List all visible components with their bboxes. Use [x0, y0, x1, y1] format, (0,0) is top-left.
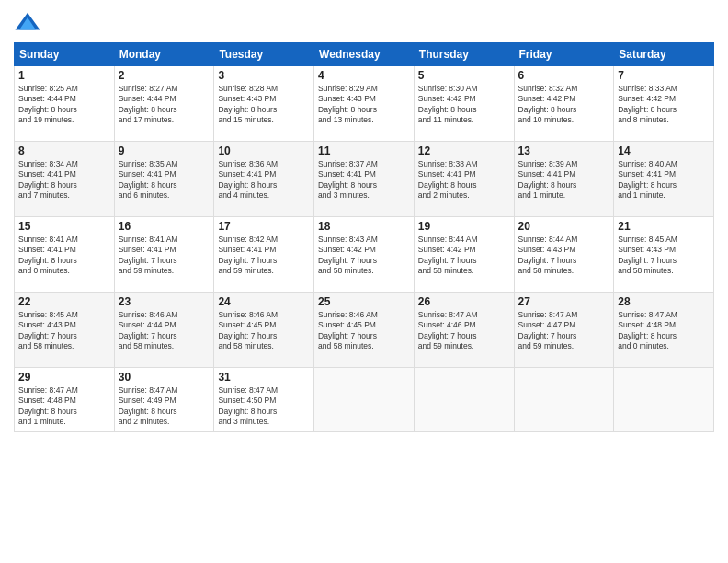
- day-number: 7: [618, 69, 710, 82]
- day-number: 9: [119, 144, 210, 157]
- day-number: 1: [18, 69, 110, 82]
- day-info: Sunrise: 8:47 AM Sunset: 4:49 PM Dayligh…: [119, 385, 210, 428]
- calendar-header-row: SundayMondayTuesdayWednesdayThursdayFrid…: [15, 43, 714, 66]
- calendar-cell: 4Sunrise: 8:29 AM Sunset: 4:43 PM Daylig…: [314, 66, 415, 142]
- day-number: 20: [518, 220, 610, 233]
- logo: [14, 9, 45, 37]
- calendar-cell: [414, 368, 514, 432]
- day-number: 13: [518, 144, 610, 157]
- day-number: 11: [318, 144, 410, 157]
- calendar-cell: 12Sunrise: 8:38 AM Sunset: 4:41 PM Dayli…: [414, 142, 514, 217]
- calendar-week-row: 29Sunrise: 8:47 AM Sunset: 4:48 PM Dayli…: [15, 368, 714, 432]
- day-number: 17: [218, 220, 310, 233]
- calendar-week-row: 1Sunrise: 8:25 AM Sunset: 4:44 PM Daylig…: [15, 66, 714, 142]
- day-number: 23: [119, 295, 210, 308]
- day-info: Sunrise: 8:46 AM Sunset: 4:45 PM Dayligh…: [318, 310, 410, 352]
- calendar-week-row: 22Sunrise: 8:45 AM Sunset: 4:43 PM Dayli…: [15, 293, 714, 368]
- weekday-header-sunday: Sunday: [15, 43, 115, 66]
- day-info: Sunrise: 8:39 AM Sunset: 4:41 PM Dayligh…: [518, 159, 610, 201]
- day-info: Sunrise: 8:33 AM Sunset: 4:42 PM Dayligh…: [618, 84, 710, 126]
- calendar-cell: 2Sunrise: 8:27 AM Sunset: 4:44 PM Daylig…: [114, 66, 214, 142]
- calendar-cell: 3Sunrise: 8:28 AM Sunset: 4:43 PM Daylig…: [214, 66, 314, 142]
- day-number: 29: [18, 371, 110, 384]
- day-number: 3: [218, 69, 310, 82]
- calendar-cell: 26Sunrise: 8:47 AM Sunset: 4:46 PM Dayli…: [414, 293, 514, 368]
- day-info: Sunrise: 8:35 AM Sunset: 4:41 PM Dayligh…: [119, 159, 210, 201]
- day-info: Sunrise: 8:29 AM Sunset: 4:43 PM Dayligh…: [318, 84, 410, 126]
- calendar-cell: [314, 368, 415, 432]
- day-number: 2: [119, 69, 210, 82]
- calendar-cell: 7Sunrise: 8:33 AM Sunset: 4:42 PM Daylig…: [614, 66, 714, 142]
- weekday-header-tuesday: Tuesday: [214, 43, 314, 66]
- day-info: Sunrise: 8:41 AM Sunset: 4:41 PM Dayligh…: [18, 235, 110, 277]
- day-info: Sunrise: 8:44 AM Sunset: 4:43 PM Dayligh…: [518, 235, 610, 277]
- day-info: Sunrise: 8:40 AM Sunset: 4:41 PM Dayligh…: [618, 159, 710, 201]
- day-number: 25: [318, 295, 410, 308]
- calendar-cell: 22Sunrise: 8:45 AM Sunset: 4:43 PM Dayli…: [15, 293, 115, 368]
- day-number: 18: [318, 220, 410, 233]
- day-info: Sunrise: 8:28 AM Sunset: 4:43 PM Dayligh…: [218, 84, 310, 126]
- day-number: 12: [418, 144, 510, 157]
- weekday-header-saturday: Saturday: [614, 43, 714, 66]
- day-info: Sunrise: 8:42 AM Sunset: 4:41 PM Dayligh…: [218, 235, 310, 277]
- day-number: 28: [618, 295, 710, 308]
- day-number: 8: [18, 144, 110, 157]
- day-info: Sunrise: 8:47 AM Sunset: 4:47 PM Dayligh…: [518, 310, 610, 352]
- calendar-cell: 10Sunrise: 8:36 AM Sunset: 4:41 PM Dayli…: [214, 142, 314, 217]
- calendar-week-row: 15Sunrise: 8:41 AM Sunset: 4:41 PM Dayli…: [15, 217, 714, 293]
- day-info: Sunrise: 8:45 AM Sunset: 4:43 PM Dayligh…: [618, 235, 710, 277]
- day-info: Sunrise: 8:46 AM Sunset: 4:44 PM Dayligh…: [119, 310, 210, 352]
- weekday-header-wednesday: Wednesday: [314, 43, 415, 66]
- calendar-cell: 30Sunrise: 8:47 AM Sunset: 4:49 PM Dayli…: [114, 368, 214, 432]
- calendar-cell: 11Sunrise: 8:37 AM Sunset: 4:41 PM Dayli…: [314, 142, 415, 217]
- day-number: 24: [218, 295, 310, 308]
- day-number: 5: [418, 69, 510, 82]
- header: [14, 9, 714, 37]
- calendar-cell: 21Sunrise: 8:45 AM Sunset: 4:43 PM Dayli…: [614, 217, 714, 293]
- calendar-cell: 9Sunrise: 8:35 AM Sunset: 4:41 PM Daylig…: [114, 142, 214, 217]
- calendar-cell: 15Sunrise: 8:41 AM Sunset: 4:41 PM Dayli…: [15, 217, 115, 293]
- logo-icon: [14, 9, 41, 37]
- day-info: Sunrise: 8:27 AM Sunset: 4:44 PM Dayligh…: [119, 84, 210, 126]
- calendar-week-row: 8Sunrise: 8:34 AM Sunset: 4:41 PM Daylig…: [15, 142, 714, 217]
- weekday-header-friday: Friday: [514, 43, 614, 66]
- day-info: Sunrise: 8:44 AM Sunset: 4:42 PM Dayligh…: [418, 235, 510, 277]
- day-info: Sunrise: 8:46 AM Sunset: 4:45 PM Dayligh…: [218, 310, 310, 352]
- day-info: Sunrise: 8:45 AM Sunset: 4:43 PM Dayligh…: [18, 310, 110, 352]
- calendar-table: SundayMondayTuesdayWednesdayThursdayFrid…: [14, 42, 714, 432]
- calendar-cell: 8Sunrise: 8:34 AM Sunset: 4:41 PM Daylig…: [15, 142, 115, 217]
- page: SundayMondayTuesdayWednesdayThursdayFrid…: [0, 0, 728, 563]
- calendar-cell: 5Sunrise: 8:30 AM Sunset: 4:42 PM Daylig…: [414, 66, 514, 142]
- calendar-cell: [514, 368, 614, 432]
- day-number: 10: [218, 144, 310, 157]
- day-number: 27: [518, 295, 610, 308]
- day-info: Sunrise: 8:47 AM Sunset: 4:48 PM Dayligh…: [618, 310, 710, 352]
- calendar-cell: 13Sunrise: 8:39 AM Sunset: 4:41 PM Dayli…: [514, 142, 614, 217]
- day-info: Sunrise: 8:25 AM Sunset: 4:44 PM Dayligh…: [18, 84, 110, 126]
- day-info: Sunrise: 8:36 AM Sunset: 4:41 PM Dayligh…: [218, 159, 310, 201]
- weekday-header-monday: Monday: [114, 43, 214, 66]
- day-number: 4: [318, 69, 410, 82]
- day-info: Sunrise: 8:32 AM Sunset: 4:42 PM Dayligh…: [518, 84, 610, 126]
- day-number: 21: [618, 220, 710, 233]
- day-number: 22: [18, 295, 110, 308]
- day-info: Sunrise: 8:30 AM Sunset: 4:42 PM Dayligh…: [418, 84, 510, 126]
- day-info: Sunrise: 8:47 AM Sunset: 4:46 PM Dayligh…: [418, 310, 510, 352]
- day-number: 26: [418, 295, 510, 308]
- weekday-header-thursday: Thursday: [414, 43, 514, 66]
- calendar-cell: 17Sunrise: 8:42 AM Sunset: 4:41 PM Dayli…: [214, 217, 314, 293]
- day-number: 14: [618, 144, 710, 157]
- calendar-cell: 18Sunrise: 8:43 AM Sunset: 4:42 PM Dayli…: [314, 217, 415, 293]
- calendar-cell: 31Sunrise: 8:47 AM Sunset: 4:50 PM Dayli…: [214, 368, 314, 432]
- day-number: 31: [218, 371, 310, 384]
- calendar-cell: 20Sunrise: 8:44 AM Sunset: 4:43 PM Dayli…: [514, 217, 614, 293]
- day-number: 16: [119, 220, 210, 233]
- calendar-cell: 19Sunrise: 8:44 AM Sunset: 4:42 PM Dayli…: [414, 217, 514, 293]
- calendar-cell: 23Sunrise: 8:46 AM Sunset: 4:44 PM Dayli…: [114, 293, 214, 368]
- calendar-cell: 14Sunrise: 8:40 AM Sunset: 4:41 PM Dayli…: [614, 142, 714, 217]
- day-info: Sunrise: 8:47 AM Sunset: 4:48 PM Dayligh…: [18, 385, 110, 428]
- calendar-cell: 25Sunrise: 8:46 AM Sunset: 4:45 PM Dayli…: [314, 293, 415, 368]
- day-number: 15: [18, 220, 110, 233]
- calendar-cell: 1Sunrise: 8:25 AM Sunset: 4:44 PM Daylig…: [15, 66, 115, 142]
- calendar-cell: 27Sunrise: 8:47 AM Sunset: 4:47 PM Dayli…: [514, 293, 614, 368]
